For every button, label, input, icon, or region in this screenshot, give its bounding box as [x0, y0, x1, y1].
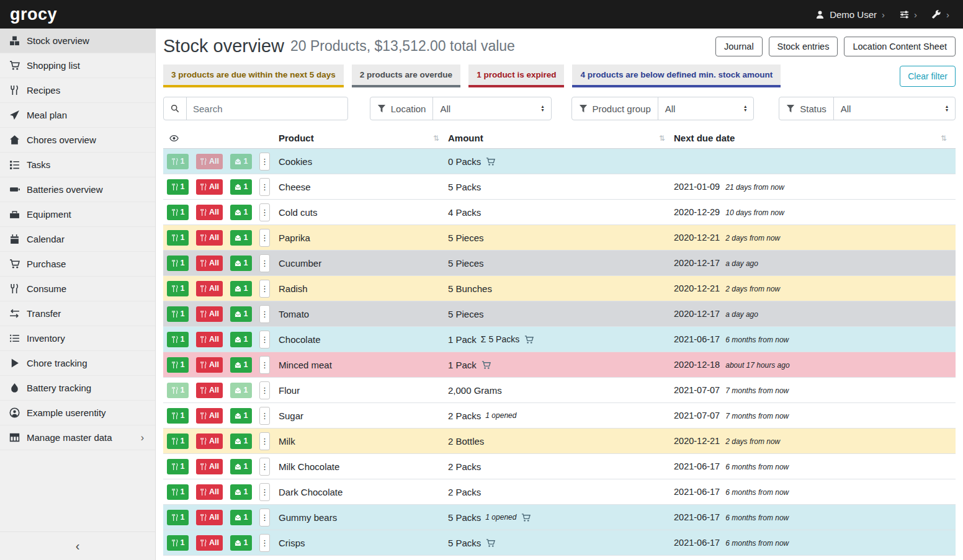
sidebar-item-equipment[interactable]: Equipment	[0, 202, 155, 227]
sidebar-item-meal-plan[interactable]: Meal plan	[0, 103, 155, 128]
sidebar-item-transfer[interactable]: Transfer	[0, 301, 155, 326]
consume-all-button[interactable]: All	[196, 306, 223, 322]
sort-icon[interactable]: ⇅	[941, 134, 947, 143]
consume-one-button[interactable]: 1	[167, 510, 189, 525]
shopping-cart-icon[interactable]	[485, 538, 496, 548]
open-product-button[interactable]: 1	[230, 459, 252, 474]
open-product-button[interactable]: 1	[230, 306, 252, 322]
open-product-button[interactable]: 1	[230, 535, 252, 551]
consume-one-button[interactable]: 1	[167, 154, 189, 169]
consume-one-button[interactable]: 1	[167, 179, 189, 195]
row-menu-button[interactable]: ⋮	[259, 153, 270, 171]
consume-all-button[interactable]: All	[196, 433, 223, 449]
open-product-button[interactable]: 1	[230, 484, 252, 500]
open-product-button[interactable]: 1	[230, 383, 252, 398]
sidebar-item-consume[interactable]: Consume	[0, 277, 155, 301]
amount-column-header[interactable]: Amount ⇅	[448, 133, 674, 143]
consume-one-button[interactable]: 1	[167, 433, 189, 449]
consume-one-button[interactable]: 1	[167, 484, 189, 500]
sort-icon[interactable]: ⇅	[659, 134, 665, 143]
clear-filter-button[interactable]: Clear filter	[900, 66, 956, 87]
consume-one-button[interactable]: 1	[167, 535, 189, 551]
row-menu-button[interactable]: ⋮	[259, 509, 270, 527]
sidebar-item-example-userentity[interactable]: Example userentity	[0, 401, 155, 425]
location-content-sheet-button[interactable]: Location Content Sheet	[844, 37, 956, 56]
consume-all-button[interactable]: All	[196, 484, 223, 500]
consume-one-button[interactable]: 1	[167, 408, 189, 424]
app-logo[interactable]: grocy	[0, 5, 67, 24]
shopping-cart-icon[interactable]	[481, 360, 491, 370]
sidebar-item-batteries-overview[interactable]: Batteries overview	[0, 177, 155, 202]
consume-one-button[interactable]: 1	[167, 230, 189, 246]
open-product-button[interactable]: 1	[230, 357, 252, 373]
overdue-banner[interactable]: 2 products are overdue	[352, 64, 460, 87]
shopping-cart-icon[interactable]	[521, 513, 531, 522]
sidebar-item-stock-overview[interactable]: Stock overview	[0, 29, 155, 53]
open-product-button[interactable]: 1	[230, 433, 252, 449]
settings-menu[interactable]: ›	[900, 9, 917, 20]
row-menu-button[interactable]: ⋮	[259, 305, 270, 323]
consume-one-button[interactable]: 1	[167, 256, 189, 271]
consume-one-button[interactable]: 1	[167, 281, 189, 296]
sidebar-item-inventory[interactable]: Inventory	[0, 326, 155, 351]
sidebar-item-calendar[interactable]: Calendar	[0, 227, 155, 252]
consume-all-button[interactable]: All	[196, 408, 223, 424]
user-menu[interactable]: Demo User ›	[815, 9, 885, 20]
consume-all-button[interactable]: All	[196, 383, 223, 398]
row-menu-button[interactable]: ⋮	[259, 254, 270, 272]
row-menu-button[interactable]: ⋮	[259, 203, 270, 221]
consume-all-button[interactable]: All	[196, 230, 223, 246]
consume-all-button[interactable]: All	[196, 205, 223, 220]
consume-all-button[interactable]: All	[196, 256, 223, 271]
below-min-stock-banner[interactable]: 4 products are below defined min. stock …	[572, 64, 781, 87]
sidebar-item-purchase[interactable]: Purchase	[0, 252, 155, 277]
open-product-button[interactable]: 1	[230, 179, 252, 195]
sidebar-item-chores-overview[interactable]: Chores overview	[0, 128, 155, 153]
row-menu-button[interactable]: ⋮	[259, 432, 270, 450]
consume-one-button[interactable]: 1	[167, 332, 189, 347]
consume-all-button[interactable]: All	[196, 357, 223, 373]
row-menu-button[interactable]: ⋮	[259, 356, 270, 374]
shopping-cart-icon[interactable]	[485, 157, 496, 166]
consume-all-button[interactable]: All	[196, 281, 223, 296]
open-product-button[interactable]: 1	[230, 408, 252, 424]
consume-all-button[interactable]: All	[196, 459, 223, 474]
consume-one-button[interactable]: 1	[167, 357, 189, 373]
sidebar-collapse-button[interactable]: ‹	[0, 531, 155, 560]
row-menu-button[interactable]: ⋮	[259, 229, 270, 247]
consume-all-button[interactable]: All	[196, 510, 223, 525]
stock-entries-button[interactable]: Stock entries	[769, 37, 838, 56]
consume-all-button[interactable]: All	[196, 179, 223, 195]
location-select[interactable]: All ▴▾	[432, 97, 550, 120]
row-menu-button[interactable]: ⋮	[259, 534, 270, 552]
status-select[interactable]: All ▴▾	[833, 97, 955, 120]
consume-one-button[interactable]: 1	[167, 205, 189, 220]
eye-icon[interactable]	[168, 134, 180, 143]
expired-banner[interactable]: 1 product is expired	[468, 64, 564, 87]
open-product-button[interactable]: 1	[230, 256, 252, 271]
product-group-select[interactable]: All ▴▾	[658, 97, 754, 120]
sidebar-item-battery-tracking[interactable]: Battery tracking	[0, 376, 155, 401]
consume-all-button[interactable]: All	[196, 332, 223, 347]
shopping-cart-icon[interactable]	[524, 335, 534, 344]
sort-icon[interactable]: ⇅	[433, 134, 439, 143]
sidebar-item-manage-master-data[interactable]: Manage master data ›	[0, 425, 155, 450]
consume-all-button[interactable]: All	[196, 154, 223, 169]
row-menu-button[interactable]: ⋮	[259, 407, 270, 425]
consume-one-button[interactable]: 1	[167, 383, 189, 398]
consume-one-button[interactable]: 1	[167, 459, 189, 474]
open-product-button[interactable]: 1	[230, 230, 252, 246]
row-menu-button[interactable]: ⋮	[259, 483, 270, 501]
product-column-header[interactable]: Product ⇅	[279, 133, 448, 143]
open-product-button[interactable]: 1	[230, 510, 252, 525]
consume-one-button[interactable]: 1	[167, 306, 189, 322]
sidebar-item-shopping-list[interactable]: Shopping list	[0, 53, 155, 78]
journal-button[interactable]: Journal	[715, 37, 763, 56]
row-menu-button[interactable]: ⋮	[259, 331, 270, 349]
open-product-button[interactable]: 1	[230, 332, 252, 347]
sidebar-item-recipes[interactable]: Recipes	[0, 78, 155, 103]
row-menu-button[interactable]: ⋮	[259, 178, 270, 196]
sidebar-item-chore-tracking[interactable]: Chore tracking	[0, 351, 155, 376]
row-menu-button[interactable]: ⋮	[259, 381, 270, 399]
consume-all-button[interactable]: All	[196, 535, 223, 551]
